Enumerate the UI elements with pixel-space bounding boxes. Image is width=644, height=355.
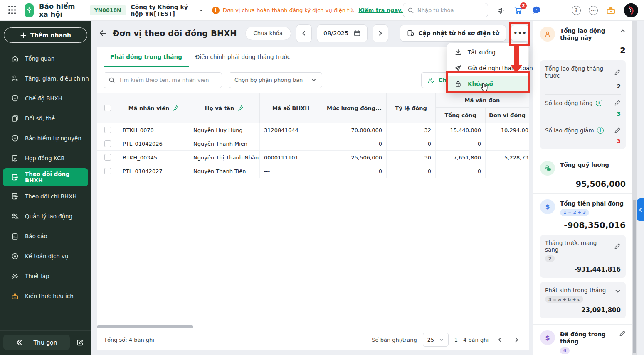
menu-item-tai-xuong[interactable]: Tải xuống bbox=[447, 44, 528, 60]
sidebar-item-bao-hiem-tu-nguyen[interactable]: Bảo hiểm tự nguyện bbox=[0, 128, 91, 148]
sidebar-item-bao-cao[interactable]: Báo cáo bbox=[0, 226, 91, 246]
more-actions-button[interactable]: ••• bbox=[511, 25, 529, 42]
sidebar-item-hop-dong-kcb[interactable]: Hợp đồng KCB bbox=[0, 148, 91, 168]
global-search-input[interactable] bbox=[417, 7, 484, 13]
back-button[interactable] bbox=[97, 28, 108, 39]
sidebar-item-theo-doi-chi-bhxh[interactable]: Theo dõi chi BHXH bbox=[0, 186, 91, 206]
sidebar-item-che-do-bhxh[interactable]: Chế độ BHXH bbox=[0, 88, 91, 108]
range-text: 1 - 4 bản ghi bbox=[454, 337, 489, 343]
topbar: Bảo hiểm xã hội YN0018N Công ty Không ký… bbox=[0, 0, 644, 21]
update-from-efile-button[interactable]: Cập nhật từ hồ sơ điện tử bbox=[400, 25, 506, 42]
department-select[interactable]: Chọn bộ phận phòng ban bbox=[229, 72, 322, 88]
horizontal-scrollbar-thumb[interactable] bbox=[97, 325, 193, 328]
row-checkbox[interactable] bbox=[104, 140, 111, 147]
per-page-label: Số bản ghi/trang bbox=[372, 337, 417, 343]
pencil-icon[interactable] bbox=[614, 243, 621, 250]
col-salary[interactable]: Mức lương đóng... bbox=[322, 93, 387, 123]
cart-button[interactable]: 2 bbox=[513, 5, 523, 15]
panel-scrollbar[interactable] bbox=[632, 21, 637, 355]
panel-scrollbar-thumb[interactable] bbox=[633, 200, 636, 353]
plus-icon bbox=[20, 32, 27, 39]
chevron-up-icon[interactable] bbox=[620, 27, 626, 34]
search-icon bbox=[407, 7, 414, 14]
must-pay-value: -908,350,016 bbox=[540, 220, 626, 230]
cell-full-name: Nguyễn Huy Hùng bbox=[189, 123, 260, 137]
section-paid: $ Đã đóng trong tháng 4 165,859,604 bbox=[533, 325, 632, 355]
col-bhxh-code[interactable]: Mã số BHXH bbox=[260, 93, 322, 123]
chat-icon[interactable] bbox=[531, 5, 542, 15]
file-sync-icon bbox=[407, 29, 415, 37]
warning-check-link[interactable]: Kiểm tra ngay. bbox=[359, 7, 403, 13]
carry-in-formula: 2 bbox=[545, 255, 555, 262]
table-search[interactable] bbox=[104, 72, 222, 88]
sidebar-item-theo-doi-dong-bhxh[interactable]: Theo dõi đóng BHXH bbox=[3, 168, 88, 186]
horizontal-scrollbar[interactable] bbox=[97, 325, 529, 329]
col-unit-pay[interactable]: Đơn vị đóng bbox=[486, 108, 529, 123]
table-row[interactable]: BTKH_00345 Nguyễn Thị Thanh Nhành 000011… bbox=[97, 151, 529, 164]
dollar-check-icon: $ bbox=[540, 330, 555, 345]
labor-down-value: 3 bbox=[545, 138, 621, 144]
prev-page-button[interactable] bbox=[494, 334, 505, 345]
cell-total: 0 bbox=[436, 164, 486, 178]
row-checkbox[interactable] bbox=[104, 168, 111, 174]
col-total[interactable]: Tổng cộng bbox=[436, 108, 486, 123]
sidebar-item-quan-ly-lao-dong[interactable]: Quản lý lao động bbox=[0, 206, 91, 226]
menu-item-khoa-so[interactable]: Khóa sổ bbox=[447, 76, 528, 92]
select-all-checkbox[interactable] bbox=[104, 105, 111, 111]
collapse-panel-button[interactable] bbox=[637, 198, 644, 221]
next-page-button[interactable] bbox=[511, 334, 522, 345]
prev-month-button[interactable] bbox=[296, 24, 312, 42]
tab-phai-dong-trong-thang[interactable]: Phải đóng trong tháng bbox=[104, 47, 189, 67]
pencil-icon[interactable] bbox=[614, 100, 621, 106]
table-row[interactable]: PTL_01042027 Nguyễn Thanh Tiến --- 0 0 0 bbox=[97, 164, 529, 178]
cell-salary: 70,000,000 bbox=[322, 123, 387, 137]
company-selector[interactable]: Công ty Không ký nộp YN[TEST] bbox=[131, 4, 203, 17]
collapse-sidebar-button[interactable]: Thu gọn bbox=[3, 335, 70, 350]
labor-up-value: 3 bbox=[545, 110, 621, 117]
col-rate[interactable]: Tỷ lệ đóng bbox=[387, 93, 436, 123]
pencil-icon[interactable] bbox=[614, 69, 621, 76]
sidebar-item-ke-toan-dich-vu[interactable]: Kế toán dịch vụ bbox=[0, 246, 91, 266]
sidebar-item-doi-so-the[interactable]: Đổi sổ, thẻ bbox=[0, 108, 91, 128]
more-options-icon[interactable]: ⋯ bbox=[589, 6, 598, 15]
sidebar-item-tong-quan[interactable]: Tổng quan bbox=[0, 49, 91, 69]
next-month-button[interactable] bbox=[373, 24, 388, 42]
sidebar-item-kien-thuc-huu-ich[interactable]: Kiến thức hữu ích bbox=[0, 286, 91, 306]
table-search-input[interactable] bbox=[119, 77, 217, 83]
pencil-icon[interactable] bbox=[619, 330, 626, 337]
col-employee-code[interactable]: Mã nhân viên bbox=[118, 93, 189, 123]
row-checkbox[interactable] bbox=[104, 127, 111, 133]
info-icon[interactable]: i bbox=[597, 127, 604, 134]
info-icon[interactable]: i bbox=[596, 100, 602, 106]
pencil-icon[interactable] bbox=[614, 127, 621, 134]
global-search[interactable] bbox=[403, 3, 488, 17]
cell-bhxh-code: --- bbox=[260, 137, 322, 150]
megaphone-icon[interactable] bbox=[496, 6, 506, 15]
cell-salary: 0 bbox=[322, 164, 387, 178]
tab-dieu-chinh-thang-truoc[interactable]: Điều chỉnh phải đóng tháng trước bbox=[189, 47, 297, 67]
section-salary-fund: Tổng quỹ lương 95,506,000 bbox=[533, 155, 632, 194]
cell-rate: 0 bbox=[387, 164, 436, 178]
help-icon[interactable]: ? bbox=[572, 6, 581, 15]
quick-add-button[interactable]: Thêm nhanh bbox=[4, 27, 87, 43]
chevron-down-icon[interactable] bbox=[615, 286, 621, 294]
period-picker[interactable]: 08/2025 bbox=[317, 24, 368, 42]
knowledge-lamp-icon[interactable] bbox=[606, 5, 616, 15]
edit-menu-button[interactable] bbox=[72, 335, 88, 350]
per-page-select[interactable]: 25 bbox=[423, 333, 449, 347]
col-full-name[interactable]: Họ và tên bbox=[189, 93, 260, 123]
sidebar-item-tang-giam-dieu-chinh[interactable]: Tăng, giảm, điều chỉnh bbox=[0, 69, 91, 88]
user-avatar[interactable] bbox=[624, 3, 638, 17]
table-row[interactable]: PTL_01042026 Nguyễn Thanh Miên --- 0 0 0 bbox=[97, 137, 529, 151]
sidebar-item-thiet-lap[interactable]: Thiết lập bbox=[0, 266, 91, 286]
contract-icon bbox=[11, 154, 19, 162]
cell-employee-code: BTKH_00345 bbox=[118, 151, 189, 164]
lock-icon bbox=[454, 80, 462, 88]
pin-icon bbox=[173, 105, 179, 111]
menu-item-gui-de-nghi-thanh-toan[interactable]: Gửi đề nghị thanh toán bbox=[447, 60, 528, 76]
salary-fund-value: 95,506,000 bbox=[540, 179, 626, 189]
table-row[interactable]: BTKH_0070 Nguyễn Huy Hùng 3120841644 70,… bbox=[97, 123, 529, 137]
app-grid-icon[interactable] bbox=[8, 6, 16, 15]
row-checkbox[interactable] bbox=[104, 154, 111, 161]
section-labor: Tổng lao động tháng này 2 Tổng lao động … bbox=[533, 21, 632, 155]
